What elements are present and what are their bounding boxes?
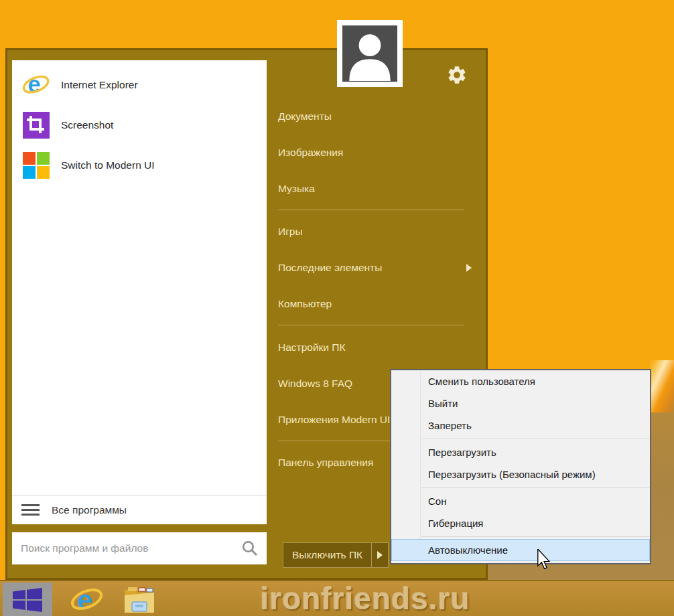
screenshot-crop-icon — [22, 111, 50, 139]
mouse-cursor — [535, 549, 555, 574]
windows-logo-icon — [13, 588, 42, 612]
hamburger-icon — [21, 502, 40, 518]
chevron-right-icon — [466, 264, 472, 272]
program-label: Switch to Modern UI — [61, 159, 155, 171]
power-submenu: Сменить пользователя Выйти Запереть Пере… — [390, 369, 651, 564]
internet-explorer-icon: e — [70, 583, 104, 616]
sidebar-item-recent-items[interactable]: Последние элементы — [278, 250, 476, 286]
gear-icon — [446, 64, 468, 86]
taskbar-item-internet-explorer[interactable]: e — [68, 583, 106, 616]
taskbar-item-file-explorer[interactable] — [121, 583, 158, 616]
menu-item-lock[interactable]: Запереть — [391, 414, 650, 437]
avatar-silhouette — [342, 25, 397, 82]
all-programs-label: Все программы — [52, 504, 127, 516]
program-item-internet-explorer[interactable]: e Internet Explorer — [12, 65, 267, 105]
menu-item-restart[interactable]: Перезагрузить — [391, 441, 650, 463]
program-label: Screenshot — [61, 119, 113, 131]
search-box — [12, 532, 267, 564]
sidebar-item-computer[interactable]: Компьютер — [278, 286, 476, 322]
menu-item-sleep[interactable]: Сон — [391, 490, 650, 512]
shutdown-button-label: Выключить ПК — [283, 543, 371, 567]
modern-ui-tiles-icon — [22, 151, 50, 179]
search-icon — [241, 540, 259, 557]
internet-explorer-icon: e — [22, 71, 50, 99]
folder-icon — [123, 585, 156, 615]
taskbar: e ironfriends.ru — [0, 580, 674, 616]
program-item-screenshot[interactable]: Screenshot — [12, 105, 267, 145]
separator — [421, 439, 650, 439]
separator — [421, 487, 650, 488]
menu-item-switch-user[interactable]: Сменить пользователя — [391, 370, 650, 392]
separator — [278, 325, 464, 325]
start-button[interactable] — [3, 583, 52, 616]
sidebar-item-games[interactable]: Игры — [278, 214, 476, 250]
program-label: Internet Explorer — [61, 79, 138, 91]
menu-item-hibernate[interactable]: Гибернация — [391, 512, 650, 534]
user-avatar[interactable] — [337, 20, 403, 87]
separator — [421, 536, 650, 537]
search-input[interactable] — [12, 532, 241, 564]
settings-gear-button[interactable] — [446, 64, 468, 86]
sidebar-item-documents[interactable]: Документы — [278, 98, 476, 135]
program-panel: e Internet Explorer Screenshot — [12, 60, 267, 524]
sidebar-item-music[interactable]: Музыка — [278, 171, 476, 207]
separator — [278, 210, 464, 210]
menu-item-logoff[interactable]: Выйти — [391, 392, 650, 414]
shutdown-options-arrow-button[interactable] — [371, 543, 388, 567]
desktop: e Internet Explorer Screenshot — [0, 0, 674, 616]
sidebar-item-pc-settings[interactable]: Настройки ПК — [278, 329, 476, 366]
watermark-text: ironfriends.ru — [260, 581, 470, 616]
sidebar-item-pictures[interactable]: Изображения — [278, 135, 476, 171]
all-programs-button[interactable]: Все программы — [12, 495, 267, 524]
program-item-switch-to-modern-ui[interactable]: Switch to Modern UI — [12, 145, 267, 185]
wallpaper-light-rays — [650, 360, 674, 418]
menu-item-restart-safe-mode[interactable]: Перезагрузить (Безопасный режим) — [391, 463, 650, 485]
menu-item-auto-shutdown[interactable]: Автовыключение — [391, 539, 650, 561]
sidebar-item-label: Последние элементы — [278, 262, 382, 273]
shutdown-button[interactable]: Выключить ПК — [283, 542, 389, 568]
chevron-right-icon — [377, 551, 383, 559]
